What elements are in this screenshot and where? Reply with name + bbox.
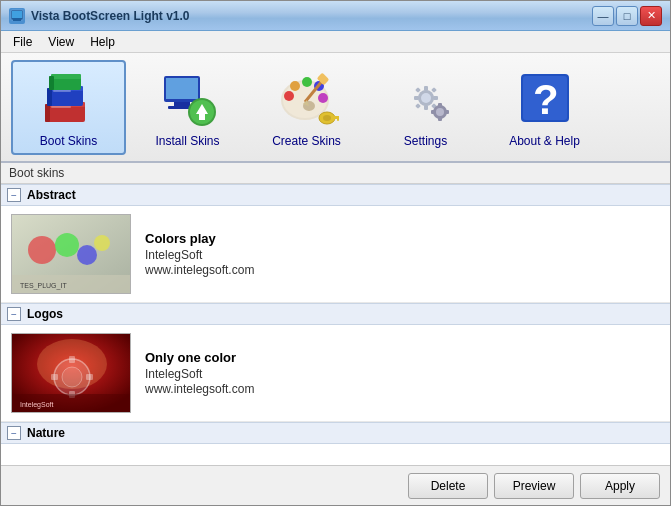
- menu-view[interactable]: View: [40, 33, 82, 51]
- section-abstract-title: Abstract: [27, 188, 76, 202]
- maximize-button[interactable]: □: [616, 6, 638, 26]
- svg-point-27: [318, 93, 328, 103]
- toolbar-install-skins[interactable]: Install Skins: [130, 60, 245, 155]
- svg-point-23: [284, 91, 294, 101]
- svg-point-60: [77, 245, 97, 265]
- svg-point-59: [55, 233, 79, 257]
- svg-text:IntelegSoft: IntelegSoft: [20, 401, 54, 409]
- content-area: − Abstract: [1, 184, 670, 465]
- toolbar-create-skins[interactable]: Create Skins: [249, 60, 364, 155]
- svg-rect-71: [86, 374, 93, 380]
- toolbar-settings[interactable]: Settings: [368, 60, 483, 155]
- svg-text:TES_PLUG_IT: TES_PLUG_IT: [20, 282, 67, 290]
- skin-thumbnail-colors-play: TES_PLUG_IT: [11, 214, 131, 294]
- svg-point-24: [290, 81, 300, 91]
- svg-text:?: ?: [533, 76, 559, 123]
- svg-rect-40: [424, 105, 428, 110]
- svg-point-67: [62, 367, 82, 387]
- svg-rect-68: [69, 356, 75, 363]
- menu-help[interactable]: Help: [82, 33, 123, 51]
- svg-rect-12: [51, 106, 71, 108]
- skin-url-colors-play: www.intelegsoft.com: [145, 263, 254, 277]
- skin-info-only-one-color: Only one color IntelegSoft www.intelegso…: [145, 350, 254, 396]
- svg-rect-39: [424, 86, 428, 91]
- svg-point-61: [94, 235, 110, 251]
- toolbar: Boot Skins Install Skins: [1, 53, 670, 163]
- collapse-abstract-icon: −: [7, 188, 21, 202]
- svg-rect-50: [438, 117, 442, 121]
- svg-rect-35: [337, 116, 339, 121]
- window-title: Vista BootScreen Light v1.0: [31, 9, 592, 23]
- skin-author-colors-play: IntelegSoft: [145, 248, 254, 262]
- toolbar-create-skins-label: Create Skins: [272, 134, 341, 148]
- menu-bar: File View Help: [1, 31, 670, 53]
- svg-rect-45: [415, 103, 421, 109]
- svg-rect-44: [431, 87, 437, 93]
- toolbar-about-help-label: About & Help: [509, 134, 580, 148]
- svg-rect-15: [166, 78, 198, 99]
- section-logos-header[interactable]: − Logos: [1, 303, 670, 325]
- svg-rect-49: [438, 103, 442, 107]
- settings-icon: [394, 66, 458, 130]
- skin-list: − Abstract: [1, 184, 670, 465]
- install-skins-icon: [156, 66, 220, 130]
- skin-item-only-one-color[interactable]: IntelegSoft Only one color IntelegSoft w…: [1, 325, 670, 422]
- app-window: Vista BootScreen Light v1.0 — □ ✕ File V…: [0, 0, 671, 506]
- svg-point-38: [421, 93, 431, 103]
- toolbar-install-skins-label: Install Skins: [155, 134, 219, 148]
- svg-rect-43: [415, 87, 421, 93]
- toolbar-boot-skins-label: Boot Skins: [40, 134, 97, 148]
- create-skins-icon: [275, 66, 339, 130]
- preview-button[interactable]: Preview: [494, 473, 574, 499]
- svg-rect-52: [445, 110, 449, 114]
- svg-rect-1: [12, 11, 22, 18]
- svg-rect-8: [51, 74, 81, 79]
- skin-thumbnail-only-one-color: IntelegSoft: [11, 333, 131, 413]
- breadcrumb-text: Boot skins: [9, 166, 64, 180]
- svg-rect-13: [53, 90, 71, 92]
- close-button[interactable]: ✕: [640, 6, 662, 26]
- svg-rect-51: [431, 110, 435, 114]
- svg-rect-10: [47, 88, 52, 106]
- svg-rect-41: [414, 96, 419, 100]
- skin-name-only-one-color: Only one color: [145, 350, 254, 365]
- toolbar-boot-skins[interactable]: Boot Skins: [11, 60, 126, 155]
- svg-point-33: [323, 115, 331, 121]
- toolbar-settings-label: Settings: [404, 134, 447, 148]
- svg-rect-2: [13, 19, 21, 21]
- breadcrumb: Boot skins: [1, 163, 670, 184]
- section-nature-header[interactable]: − Nature: [1, 422, 670, 444]
- svg-point-48: [436, 108, 444, 116]
- svg-rect-9: [45, 104, 50, 122]
- window-controls: — □ ✕: [592, 6, 662, 26]
- section-logos-title: Logos: [27, 307, 63, 321]
- section-abstract-header[interactable]: − Abstract: [1, 184, 670, 206]
- skin-url-only-one-color: www.intelegsoft.com: [145, 382, 254, 396]
- skin-item-colors-play[interactable]: TES_PLUG_IT Colors play IntelegSoft www.…: [1, 206, 670, 303]
- collapse-nature-icon: −: [7, 426, 21, 440]
- svg-rect-70: [51, 374, 58, 380]
- svg-point-25: [302, 77, 312, 87]
- collapse-logos-icon: −: [7, 307, 21, 321]
- skin-author-only-one-color: IntelegSoft: [145, 367, 254, 381]
- bottom-bar: Delete Preview Apply: [1, 465, 670, 505]
- title-bar: Vista BootScreen Light v1.0 — □ ✕: [1, 1, 670, 31]
- section-nature-title: Nature: [27, 426, 65, 440]
- svg-rect-42: [433, 96, 438, 100]
- svg-point-58: [28, 236, 56, 264]
- svg-rect-11: [49, 76, 54, 90]
- menu-file[interactable]: File: [5, 33, 40, 51]
- minimize-button[interactable]: —: [592, 6, 614, 26]
- boot-skins-icon: [37, 66, 101, 130]
- delete-button[interactable]: Delete: [408, 473, 488, 499]
- toolbar-about-help[interactable]: ? About & Help: [487, 60, 602, 155]
- app-icon: [9, 8, 25, 24]
- skin-info-colors-play: Colors play IntelegSoft www.intelegsoft.…: [145, 231, 254, 277]
- about-help-icon: ?: [513, 66, 577, 130]
- apply-button[interactable]: Apply: [580, 473, 660, 499]
- skin-name-colors-play: Colors play: [145, 231, 254, 246]
- svg-rect-36: [333, 116, 335, 120]
